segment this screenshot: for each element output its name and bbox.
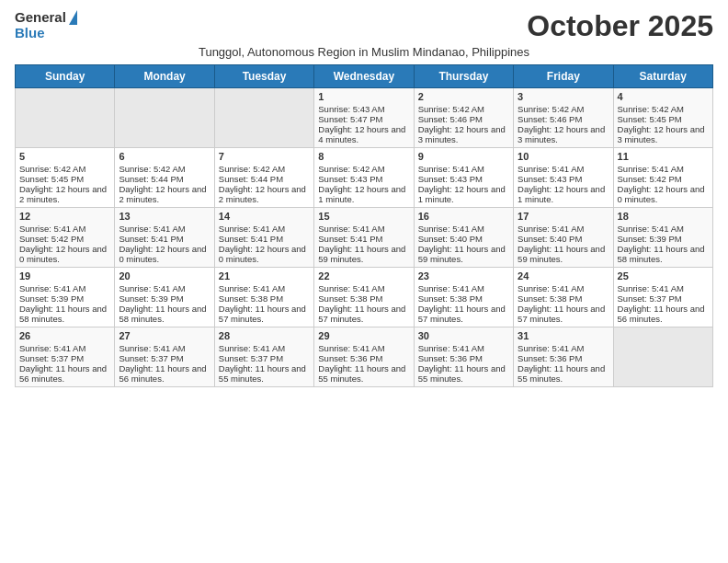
daylight-text: Daylight: 12 hours and 3 minutes. <box>518 124 609 144</box>
day-cell-content: 5Sunrise: 5:42 AMSunset: 5:45 PMDaylight… <box>19 151 110 204</box>
day-cell-content: 17Sunrise: 5:41 AMSunset: 5:40 PMDayligh… <box>518 211 609 264</box>
sunset-text: Sunset: 5:43 PM <box>518 174 609 184</box>
calendar-cell: 10Sunrise: 5:41 AMSunset: 5:43 PMDayligh… <box>514 148 613 208</box>
sunrise-text: Sunrise: 5:41 AM <box>219 224 310 234</box>
sunset-text: Sunset: 5:39 PM <box>119 293 210 304</box>
daylight-text: Daylight: 11 hours and 57 minutes. <box>318 304 409 324</box>
daylight-text: Daylight: 12 hours and 0 minutes. <box>119 244 210 264</box>
calendar-cell: 25Sunrise: 5:41 AMSunset: 5:37 PMDayligh… <box>613 268 712 327</box>
calendar-table: SundayMondayTuesdayWednesdayThursdayFrid… <box>15 64 713 387</box>
sunrise-text: Sunrise: 5:41 AM <box>119 343 210 353</box>
calendar-cell: 8Sunrise: 5:42 AMSunset: 5:43 PMDaylight… <box>314 148 414 208</box>
daylight-text: Daylight: 11 hours and 57 minutes. <box>518 304 609 324</box>
day-cell-content: 8Sunrise: 5:42 AMSunset: 5:43 PMDaylight… <box>318 151 409 204</box>
sunset-text: Sunset: 5:39 PM <box>19 293 110 304</box>
calendar-cell <box>613 327 712 387</box>
sunrise-text: Sunrise: 5:42 AM <box>119 164 210 174</box>
day-number: 4 <box>618 91 709 102</box>
sunset-text: Sunset: 5:37 PM <box>19 353 110 363</box>
day-number: 15 <box>318 211 409 222</box>
calendar-cell: 23Sunrise: 5:41 AMSunset: 5:38 PMDayligh… <box>414 268 513 327</box>
day-number: 8 <box>318 151 409 162</box>
subtitle: Tunggol, Autonomous Region in Muslim Min… <box>15 45 713 59</box>
calendar-cell: 2Sunrise: 5:42 AMSunset: 5:46 PMDaylight… <box>414 88 513 148</box>
calendar-cell: 17Sunrise: 5:41 AMSunset: 5:40 PMDayligh… <box>514 208 613 268</box>
day-cell-content: 2Sunrise: 5:42 AMSunset: 5:46 PMDaylight… <box>418 91 509 144</box>
day-cell-content: 10Sunrise: 5:41 AMSunset: 5:43 PMDayligh… <box>518 151 609 204</box>
day-number: 24 <box>518 270 609 282</box>
calendar-page: General Blue October 2025 Tunggol, Auton… <box>0 0 728 563</box>
sunrise-text: Sunrise: 5:42 AM <box>318 164 409 174</box>
sunset-text: Sunset: 5:36 PM <box>418 353 509 363</box>
day-cell-content: 23Sunrise: 5:41 AMSunset: 5:38 PMDayligh… <box>418 270 509 324</box>
sunset-text: Sunset: 5:41 PM <box>219 234 310 244</box>
calendar-cell: 13Sunrise: 5:41 AMSunset: 5:41 PMDayligh… <box>115 208 214 268</box>
calendar-cell: 22Sunrise: 5:41 AMSunset: 5:38 PMDayligh… <box>314 268 414 327</box>
sunset-text: Sunset: 5:42 PM <box>19 234 110 244</box>
day-number: 14 <box>219 211 310 222</box>
calendar-cell: 3Sunrise: 5:42 AMSunset: 5:46 PMDaylight… <box>514 88 613 148</box>
sunset-text: Sunset: 5:37 PM <box>219 353 310 363</box>
calendar-cell <box>214 88 313 148</box>
calendar-week-row: 26Sunrise: 5:41 AMSunset: 5:37 PMDayligh… <box>16 327 713 387</box>
calendar-cell: 6Sunrise: 5:42 AMSunset: 5:44 PMDaylight… <box>115 148 214 208</box>
sunrise-text: Sunrise: 5:42 AM <box>418 104 509 114</box>
calendar-header-monday: Monday <box>115 65 214 88</box>
day-cell-content: 12Sunrise: 5:41 AMSunset: 5:42 PMDayligh… <box>19 211 110 264</box>
day-cell-content: 16Sunrise: 5:41 AMSunset: 5:40 PMDayligh… <box>418 211 509 264</box>
sunrise-text: Sunrise: 5:41 AM <box>318 343 409 353</box>
day-cell-content: 21Sunrise: 5:41 AMSunset: 5:38 PMDayligh… <box>219 270 310 324</box>
sunset-text: Sunset: 5:43 PM <box>418 174 509 184</box>
sunset-text: Sunset: 5:45 PM <box>19 174 110 184</box>
daylight-text: Daylight: 12 hours and 2 minutes. <box>119 184 210 204</box>
day-cell-content: 27Sunrise: 5:41 AMSunset: 5:37 PMDayligh… <box>119 330 210 384</box>
day-number: 9 <box>418 151 509 162</box>
day-number: 2 <box>418 91 509 102</box>
sunrise-text: Sunrise: 5:41 AM <box>19 224 110 234</box>
calendar-cell: 15Sunrise: 5:41 AMSunset: 5:41 PMDayligh… <box>314 208 414 268</box>
sunset-text: Sunset: 5:38 PM <box>418 293 509 304</box>
calendar-cell: 31Sunrise: 5:41 AMSunset: 5:36 PMDayligh… <box>514 327 613 387</box>
sunset-text: Sunset: 5:36 PM <box>318 353 409 363</box>
daylight-text: Daylight: 12 hours and 3 minutes. <box>618 124 709 144</box>
sunrise-text: Sunrise: 5:42 AM <box>518 104 609 114</box>
day-number: 16 <box>418 211 509 222</box>
day-cell-content: 25Sunrise: 5:41 AMSunset: 5:37 PMDayligh… <box>618 270 709 324</box>
day-cell-content: 13Sunrise: 5:41 AMSunset: 5:41 PMDayligh… <box>119 211 210 264</box>
daylight-text: Daylight: 12 hours and 2 minutes. <box>19 184 110 204</box>
day-number: 22 <box>318 270 409 282</box>
calendar-cell: 11Sunrise: 5:41 AMSunset: 5:42 PMDayligh… <box>613 148 712 208</box>
calendar-cell: 12Sunrise: 5:41 AMSunset: 5:42 PMDayligh… <box>16 208 115 268</box>
day-number: 10 <box>518 151 609 162</box>
day-cell-content: 29Sunrise: 5:41 AMSunset: 5:36 PMDayligh… <box>318 330 409 384</box>
sunset-text: Sunset: 5:40 PM <box>518 234 609 244</box>
calendar-cell <box>16 88 115 148</box>
daylight-text: Daylight: 11 hours and 56 minutes. <box>119 363 210 384</box>
day-number: 7 <box>219 151 310 162</box>
day-cell-content: 20Sunrise: 5:41 AMSunset: 5:39 PMDayligh… <box>119 270 210 324</box>
sunset-text: Sunset: 5:44 PM <box>219 174 310 184</box>
day-cell-content: 14Sunrise: 5:41 AMSunset: 5:41 PMDayligh… <box>219 211 310 264</box>
sunrise-text: Sunrise: 5:41 AM <box>618 224 709 234</box>
day-number: 20 <box>119 270 210 282</box>
sunset-text: Sunset: 5:46 PM <box>518 114 609 124</box>
sunrise-text: Sunrise: 5:42 AM <box>19 164 110 174</box>
sunset-text: Sunset: 5:41 PM <box>119 234 210 244</box>
sunrise-text: Sunrise: 5:41 AM <box>219 283 310 293</box>
day-number: 29 <box>318 330 409 341</box>
daylight-text: Daylight: 11 hours and 59 minutes. <box>518 244 609 264</box>
sunrise-text: Sunrise: 5:41 AM <box>618 164 709 174</box>
sunrise-text: Sunrise: 5:41 AM <box>318 283 409 293</box>
sunset-text: Sunset: 5:37 PM <box>618 293 709 304</box>
sunrise-text: Sunrise: 5:41 AM <box>418 343 509 353</box>
sunrise-text: Sunrise: 5:42 AM <box>618 104 709 114</box>
day-cell-content: 24Sunrise: 5:41 AMSunset: 5:38 PMDayligh… <box>518 270 609 324</box>
day-number: 12 <box>19 211 110 222</box>
sunrise-text: Sunrise: 5:41 AM <box>518 224 609 234</box>
sunset-text: Sunset: 5:47 PM <box>318 114 409 124</box>
calendar-cell: 14Sunrise: 5:41 AMSunset: 5:41 PMDayligh… <box>214 208 313 268</box>
day-cell-content: 7Sunrise: 5:42 AMSunset: 5:44 PMDaylight… <box>219 151 310 204</box>
calendar-header-thursday: Thursday <box>414 65 513 88</box>
day-cell-content: 11Sunrise: 5:41 AMSunset: 5:42 PMDayligh… <box>618 151 709 204</box>
day-number: 11 <box>618 151 709 162</box>
